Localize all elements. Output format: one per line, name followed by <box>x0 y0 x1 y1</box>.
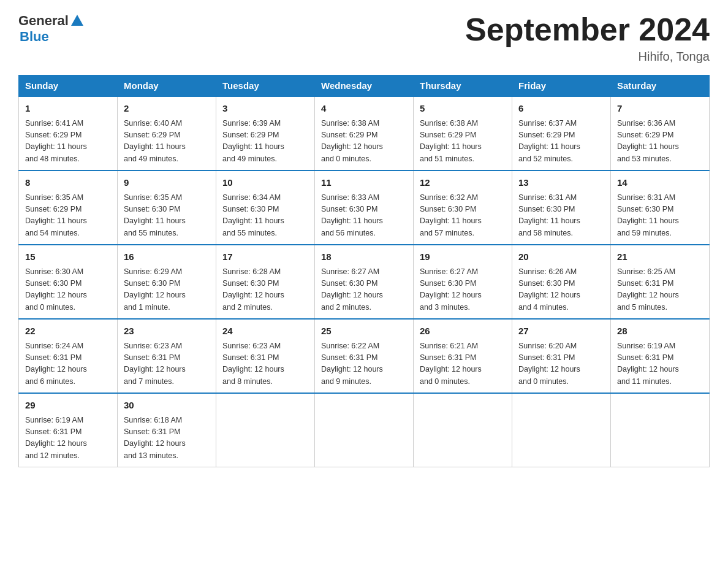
day-info: Sunrise: 6:35 AMSunset: 6:30 PMDaylight:… <box>124 192 210 240</box>
logo-triangle-icon <box>70 13 84 27</box>
day-info: Sunrise: 6:28 AMSunset: 6:30 PMDaylight:… <box>222 266 308 314</box>
day-info: Sunrise: 6:31 AMSunset: 6:30 PMDaylight:… <box>518 192 604 240</box>
day-info: Sunrise: 6:19 AMSunset: 6:31 PMDaylight:… <box>617 340 703 388</box>
table-row: 2Sunrise: 6:40 AMSunset: 6:29 PMDaylight… <box>118 96 216 170</box>
day-info: Sunrise: 6:36 AMSunset: 6:29 PMDaylight:… <box>617 118 703 166</box>
day-number: 2 <box>124 102 210 116</box>
day-info: Sunrise: 6:31 AMSunset: 6:30 PMDaylight:… <box>617 192 703 240</box>
day-number: 28 <box>617 324 703 339</box>
table-row: 17Sunrise: 6:28 AMSunset: 6:30 PMDayligh… <box>216 245 315 319</box>
col-monday: Monday <box>118 75 216 97</box>
day-info: Sunrise: 6:23 AMSunset: 6:31 PMDaylight:… <box>222 340 308 388</box>
day-number: 16 <box>124 250 210 264</box>
table-row <box>414 393 512 467</box>
table-row: 28Sunrise: 6:19 AMSunset: 6:31 PMDayligh… <box>611 319 710 393</box>
day-number: 7 <box>617 102 703 116</box>
day-number: 10 <box>222 176 308 190</box>
table-row: 11Sunrise: 6:33 AMSunset: 6:30 PMDayligh… <box>315 170 414 245</box>
day-number: 9 <box>124 176 210 190</box>
day-info: Sunrise: 6:32 AMSunset: 6:30 PMDaylight:… <box>420 192 506 240</box>
day-number: 11 <box>321 176 407 190</box>
table-row <box>216 393 315 467</box>
day-number: 12 <box>420 176 506 190</box>
day-info: Sunrise: 6:27 AMSunset: 6:30 PMDaylight:… <box>321 266 407 314</box>
table-row: 7Sunrise: 6:36 AMSunset: 6:29 PMDaylight… <box>611 96 710 170</box>
day-number: 5 <box>420 102 506 116</box>
day-number: 13 <box>518 176 604 190</box>
page-header: General Blue September 2024 Hihifo, Tong… <box>18 12 710 64</box>
calendar-row: 8Sunrise: 6:35 AMSunset: 6:29 PMDaylight… <box>19 170 710 245</box>
day-number: 26 <box>420 324 506 339</box>
table-row: 1Sunrise: 6:41 AMSunset: 6:29 PMDaylight… <box>19 96 118 170</box>
table-row: 12Sunrise: 6:32 AMSunset: 6:30 PMDayligh… <box>414 170 512 245</box>
calendar-row: 29Sunrise: 6:19 AMSunset: 6:31 PMDayligh… <box>19 393 710 467</box>
col-tuesday: Tuesday <box>216 75 315 97</box>
day-info: Sunrise: 6:38 AMSunset: 6:29 PMDaylight:… <box>420 118 506 166</box>
day-info: Sunrise: 6:26 AMSunset: 6:30 PMDaylight:… <box>518 266 604 314</box>
col-wednesday: Wednesday <box>315 75 414 97</box>
day-number: 24 <box>222 324 308 339</box>
day-number: 20 <box>518 250 604 264</box>
table-row: 27Sunrise: 6:20 AMSunset: 6:31 PMDayligh… <box>512 319 611 393</box>
day-info: Sunrise: 6:21 AMSunset: 6:31 PMDaylight:… <box>420 340 506 388</box>
day-info: Sunrise: 6:41 AMSunset: 6:29 PMDaylight:… <box>25 118 111 166</box>
day-info: Sunrise: 6:25 AMSunset: 6:31 PMDaylight:… <box>617 266 703 314</box>
day-info: Sunrise: 6:33 AMSunset: 6:30 PMDaylight:… <box>321 192 407 240</box>
table-row: 24Sunrise: 6:23 AMSunset: 6:31 PMDayligh… <box>216 319 315 393</box>
table-row: 26Sunrise: 6:21 AMSunset: 6:31 PMDayligh… <box>414 319 512 393</box>
col-thursday: Thursday <box>414 75 512 97</box>
day-number: 29 <box>25 399 111 413</box>
day-info: Sunrise: 6:38 AMSunset: 6:29 PMDaylight:… <box>321 118 407 166</box>
calendar-row: 15Sunrise: 6:30 AMSunset: 6:30 PMDayligh… <box>19 245 710 319</box>
calendar-row: 22Sunrise: 6:24 AMSunset: 6:31 PMDayligh… <box>19 319 710 393</box>
table-row: 10Sunrise: 6:34 AMSunset: 6:30 PMDayligh… <box>216 170 315 245</box>
day-info: Sunrise: 6:24 AMSunset: 6:31 PMDaylight:… <box>25 340 111 388</box>
day-info: Sunrise: 6:19 AMSunset: 6:31 PMDaylight:… <box>25 415 111 462</box>
day-number: 15 <box>25 250 111 264</box>
calendar-row: 1Sunrise: 6:41 AMSunset: 6:29 PMDaylight… <box>19 96 710 170</box>
col-friday: Friday <box>512 75 611 97</box>
table-row: 22Sunrise: 6:24 AMSunset: 6:31 PMDayligh… <box>19 319 118 393</box>
logo-text-blue: Blue <box>20 29 49 44</box>
day-info: Sunrise: 6:34 AMSunset: 6:30 PMDaylight:… <box>222 192 308 240</box>
day-info: Sunrise: 6:30 AMSunset: 6:30 PMDaylight:… <box>25 266 111 314</box>
table-row: 4Sunrise: 6:38 AMSunset: 6:29 PMDaylight… <box>315 96 414 170</box>
table-row: 18Sunrise: 6:27 AMSunset: 6:30 PMDayligh… <box>315 245 414 319</box>
table-row: 3Sunrise: 6:39 AMSunset: 6:29 PMDaylight… <box>216 96 315 170</box>
day-info: Sunrise: 6:23 AMSunset: 6:31 PMDaylight:… <box>124 340 210 388</box>
day-number: 8 <box>25 176 111 190</box>
day-number: 17 <box>222 250 308 264</box>
table-row: 16Sunrise: 6:29 AMSunset: 6:30 PMDayligh… <box>118 245 216 319</box>
day-number: 6 <box>518 102 604 116</box>
day-number: 23 <box>124 324 210 339</box>
day-number: 18 <box>321 250 407 264</box>
title-section: September 2024 Hihifo, Tonga <box>465 12 710 64</box>
table-row: 6Sunrise: 6:37 AMSunset: 6:29 PMDaylight… <box>512 96 611 170</box>
day-info: Sunrise: 6:22 AMSunset: 6:31 PMDaylight:… <box>321 340 407 388</box>
table-row: 9Sunrise: 6:35 AMSunset: 6:30 PMDaylight… <box>118 170 216 245</box>
logo-text-general: General <box>18 13 69 28</box>
calendar-table: Sunday Monday Tuesday Wednesday Thursday… <box>18 75 710 467</box>
table-row: 8Sunrise: 6:35 AMSunset: 6:29 PMDaylight… <box>19 170 118 245</box>
day-number: 22 <box>25 324 111 339</box>
day-number: 1 <box>25 102 111 116</box>
table-row: 15Sunrise: 6:30 AMSunset: 6:30 PMDayligh… <box>19 245 118 319</box>
day-number: 30 <box>124 399 210 413</box>
day-number: 25 <box>321 324 407 339</box>
day-number: 14 <box>617 176 703 190</box>
svg-marker-0 <box>71 15 83 26</box>
location: Hihifo, Tonga <box>465 50 710 64</box>
day-number: 21 <box>617 250 703 264</box>
table-row: 23Sunrise: 6:23 AMSunset: 6:31 PMDayligh… <box>118 319 216 393</box>
table-row: 25Sunrise: 6:22 AMSunset: 6:31 PMDayligh… <box>315 319 414 393</box>
table-row: 30Sunrise: 6:18 AMSunset: 6:31 PMDayligh… <box>118 393 216 467</box>
day-number: 3 <box>222 102 308 116</box>
calendar-header-row: Sunday Monday Tuesday Wednesday Thursday… <box>19 75 710 97</box>
day-info: Sunrise: 6:20 AMSunset: 6:31 PMDaylight:… <box>518 340 604 388</box>
table-row: 14Sunrise: 6:31 AMSunset: 6:30 PMDayligh… <box>611 170 710 245</box>
logo: General Blue <box>18 12 84 44</box>
day-info: Sunrise: 6:18 AMSunset: 6:31 PMDaylight:… <box>124 415 210 462</box>
col-saturday: Saturday <box>611 75 710 97</box>
day-number: 27 <box>518 324 604 339</box>
day-info: Sunrise: 6:37 AMSunset: 6:29 PMDaylight:… <box>518 118 604 166</box>
